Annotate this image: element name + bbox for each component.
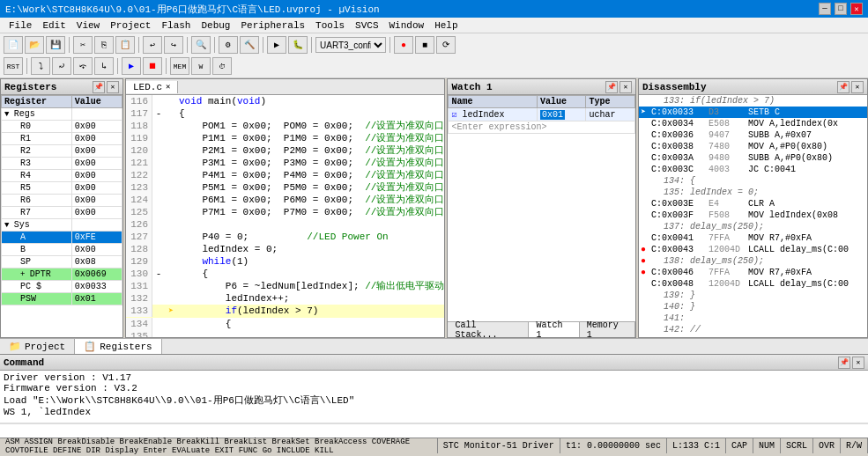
- tb-open-btn[interactable]: 📂: [25, 36, 44, 54]
- menu-edit[interactable]: Edit: [37, 18, 70, 33]
- status-driver: STC Monitor-51 Driver: [438, 438, 560, 453]
- main-layout: Registers 📌 ✕ Register Value ▼ Regs R00x…: [0, 78, 868, 338]
- disasm-instruction: LCALL delay_ms(C:00: [748, 244, 865, 255]
- tb-sep-5: [263, 37, 263, 53]
- tb-redo-btn[interactable]: ↪: [164, 36, 183, 54]
- registers-table: Register Value ▼ Regs R00x00 R10x00 R20x…: [1, 95, 122, 305]
- command-output-line: WS 1, `ledIndex: [4, 407, 864, 417]
- tb-watch-btn[interactable]: W: [191, 57, 211, 75]
- watch-pin-btn[interactable]: 📌: [605, 81, 618, 93]
- menu-window[interactable]: Window: [384, 18, 430, 33]
- tb-undo-btn[interactable]: ↩: [143, 36, 162, 54]
- tb-reset[interactable]: ⟳: [436, 36, 456, 54]
- tb-stop-btn[interactable]: ⏹: [143, 57, 162, 75]
- tb-perf-btn[interactable]: ⏱: [212, 57, 232, 75]
- registers-panel-header: Registers 📌 ✕: [1, 79, 122, 95]
- menu-help[interactable]: Help: [429, 18, 463, 33]
- menu-project[interactable]: Project: [105, 18, 156, 33]
- tb-copy-btn[interactable]: ⎘: [94, 36, 114, 54]
- tb-sep-3: [187, 37, 188, 53]
- disasm-marker: [641, 210, 651, 221]
- registers-pin-btn[interactable]: 📌: [93, 81, 105, 93]
- disasm-pin-btn[interactable]: 📌: [837, 81, 849, 93]
- line-number: 130: [126, 268, 152, 280]
- code-line: 122 P4M1 = 0x00; P4M0 = 0x00; //设置为准双向口: [126, 169, 444, 181]
- watch-row-ledindex: ☑ ledIndex 0x01 uchar: [449, 108, 634, 121]
- status-caps-text: CAP: [731, 441, 747, 451]
- disasm-marker: [641, 175, 651, 187]
- watch-tab-callstack[interactable]: Call Stack...: [448, 322, 529, 337]
- tb-download-btn[interactable]: ▶: [267, 36, 286, 54]
- menu-peripherals[interactable]: Peripherals: [235, 18, 310, 33]
- menu-svcs[interactable]: SVCS: [350, 18, 383, 33]
- disasm-marker: [641, 301, 651, 313]
- status-num-text: NUM: [759, 441, 775, 451]
- tb-find-btn[interactable]: 🔍: [191, 36, 211, 54]
- tb-cut-btn[interactable]: ✂: [73, 36, 93, 54]
- watch-tab-memory1[interactable]: Memory 1: [580, 322, 635, 337]
- code-tab-close[interactable]: ✕: [166, 82, 170, 92]
- tb-build-btn[interactable]: ⚙: [219, 36, 238, 54]
- reg-value-cell: 0x0069: [71, 268, 122, 281]
- tb-new-btn[interactable]: 📄: [4, 36, 23, 54]
- status-ovr: OVR: [813, 438, 841, 453]
- code-tab-ledc[interactable]: LED.c ✕: [126, 81, 178, 93]
- tb-run-btn[interactable]: ▶: [122, 57, 141, 75]
- tb-sep-10: [166, 58, 167, 74]
- watch-tab-watch1[interactable]: Watch 1: [529, 322, 579, 337]
- target-select[interactable]: UART3_config: [315, 37, 386, 53]
- command-header: Command 📌 ✕: [0, 355, 868, 371]
- reg-name-cell: R2: [2, 145, 72, 158]
- disasm-section-label: 141:: [651, 313, 685, 324]
- tb-step-in[interactable]: ⤵: [31, 57, 50, 75]
- watch-check-icon: ☑: [451, 110, 456, 120]
- disasm-content[interactable]: 133: if(ledIndex > 7)➤C:0x0033D3SETB CC:…: [639, 95, 867, 337]
- menu-debug[interactable]: Debug: [196, 18, 235, 33]
- command-close-btn[interactable]: ✕: [852, 357, 864, 369]
- maximize-button[interactable]: □: [835, 3, 847, 15]
- watch-enter-expr[interactable]: <Enter expression>: [449, 121, 634, 134]
- tb-sep-4: [214, 37, 215, 53]
- menu-view[interactable]: View: [71, 18, 105, 33]
- minimize-button[interactable]: ─: [819, 3, 831, 15]
- disasm-title: Disassembly: [642, 82, 707, 92]
- project-icon: 📁: [9, 341, 21, 352]
- menu-file[interactable]: File: [4, 18, 37, 33]
- tb-step-over[interactable]: ⤾: [52, 57, 71, 75]
- disasm-hex: 9407: [708, 129, 748, 141]
- code-line: 120 P2M1 = 0x00; P2M0 = 0x00; //设置为准双向口: [126, 144, 444, 157]
- menu-flash[interactable]: Flash: [156, 18, 196, 33]
- disasm-line: ●138: delay_ms(250);: [639, 255, 867, 267]
- code-content[interactable]: 116void main(void)117-{118 POM1 = 0x00; …: [126, 95, 444, 337]
- tb-start-debug[interactable]: ●: [394, 36, 413, 54]
- tb-stop-debug[interactable]: ■: [415, 36, 434, 54]
- watch-row-enter-expr[interactable]: <Enter expression>: [449, 121, 634, 134]
- line-code-text: P40 = 0; //LED Power On: [177, 231, 444, 243]
- command-pin-btn[interactable]: 📌: [838, 357, 850, 369]
- watch-table: Name Value Type ☑ ledIndex 0x01 uchar: [448, 95, 634, 134]
- tb-mem-btn[interactable]: MEM: [170, 57, 189, 75]
- tb-rst-btn[interactable]: RST: [4, 57, 23, 75]
- tb-step-out[interactable]: ⤽: [73, 57, 93, 75]
- registers-close-btn[interactable]: ✕: [107, 81, 119, 93]
- tb-run-to[interactable]: ↳: [94, 57, 114, 75]
- disasm-close-btn[interactable]: ✕: [851, 81, 864, 93]
- disasm-marker: [641, 313, 651, 324]
- reg-value-cell: 0x00: [71, 244, 122, 256]
- watch-cell-name: ☑ ledIndex: [449, 108, 538, 121]
- tab-registers[interactable]: 📋 Registers: [75, 339, 161, 354]
- line-code-text: {: [177, 107, 444, 120]
- close-button[interactable]: ✕: [850, 3, 863, 15]
- tb-debug-btn[interactable]: 🐛: [288, 36, 308, 54]
- disasm-addr: C:0x0046: [651, 267, 708, 278]
- tb-build-all-btn[interactable]: 🔨: [240, 36, 259, 54]
- tb-paste-btn[interactable]: 📋: [115, 36, 135, 54]
- command-input[interactable]: [2, 426, 866, 437]
- tb-save-btn[interactable]: 💾: [46, 36, 65, 54]
- app-title: E:\Work\STC8H8K64U\9.0\01-用P6口做跑马灯\C语言\L…: [5, 3, 380, 16]
- menu-tools[interactable]: Tools: [310, 18, 350, 33]
- watch-close-btn[interactable]: ✕: [619, 81, 632, 93]
- status-time-text: t1: 0.00000000 sec: [566, 441, 661, 451]
- tab-project[interactable]: 📁 Project: [0, 339, 75, 354]
- disasm-line: C:0x003A9480SUBB A,#P0(0x80): [639, 152, 867, 164]
